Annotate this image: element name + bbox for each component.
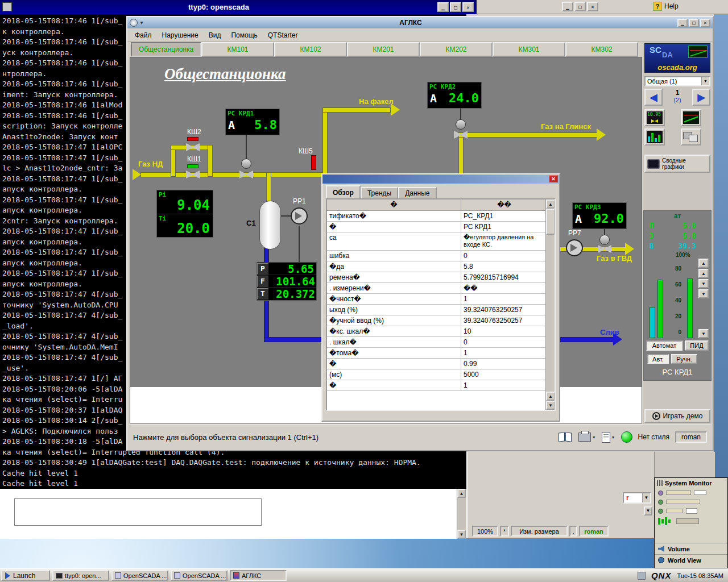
table-row[interactable]: �тома�1 bbox=[327, 348, 548, 359]
vessel-c1[interactable] bbox=[259, 201, 281, 250]
setpoint-up-button[interactable]: ▲ bbox=[698, 269, 709, 278]
close-button[interactable]: ✕ bbox=[587, 2, 598, 11]
scroll-up-icon[interactable]: ▲ bbox=[457, 489, 466, 498]
table-row[interactable]: са�егулятор давления на входе КС. bbox=[327, 232, 548, 251]
taskbar-clock[interactable]: Tue-15 08:35AM bbox=[677, 572, 723, 579]
table-row[interactable]: �да5.8 bbox=[327, 261, 548, 272]
caret-icon[interactable]: ▼ bbox=[139, 20, 144, 26]
table-row[interactable]: . шкал�0 bbox=[327, 337, 548, 348]
next-page-button[interactable]: ▶ bbox=[692, 89, 710, 106]
trend-widget-button[interactable] bbox=[681, 109, 701, 126]
scroll-down-icon[interactable]: ▼ bbox=[457, 530, 466, 539]
setpoint-bottom-button[interactable]: ▼ bbox=[698, 329, 709, 338]
export-button[interactable]: ▼ bbox=[602, 432, 615, 443]
tray-icon[interactable] bbox=[638, 572, 646, 580]
tab-overview[interactable]: Обзор bbox=[326, 185, 361, 198]
scroll-up-icon[interactable]: ▲ bbox=[546, 392, 555, 401]
table-row[interactable]: �1 bbox=[327, 380, 548, 391]
tab-obshestancionka[interactable]: Общестанционка bbox=[131, 42, 201, 57]
table-row[interactable]: �РС КРД1 bbox=[327, 222, 548, 232]
maximize-button[interactable]: □ bbox=[450, 2, 461, 12]
scroll-up-icon[interactable]: ▲ bbox=[546, 199, 555, 209]
task-aglks[interactable]: АГЛКС bbox=[230, 570, 287, 581]
setpoint-up-button[interactable]: ▲ bbox=[698, 259, 709, 268]
terminal-titlebar[interactable]: ttyp0: openscada ▁ □ ✕ bbox=[0, 0, 477, 14]
monitor-row[interactable] bbox=[655, 497, 727, 506]
status-led[interactable] bbox=[621, 431, 632, 443]
equalizer-widget-button[interactable] bbox=[644, 128, 665, 146]
scrollbar-vertical[interactable]: ▲ ▼ bbox=[457, 489, 466, 539]
setpoint-down-button[interactable]: ▼ bbox=[698, 279, 709, 288]
column-header[interactable]: � bbox=[327, 199, 461, 211]
minimize-button[interactable]: ▁ bbox=[562, 2, 573, 11]
help-menu[interactable]: ? Help bbox=[653, 2, 679, 11]
mini-scrollbar[interactable]: ▼ bbox=[644, 506, 652, 516]
table-scrollbar[interactable]: ▲ ▲ ▼ bbox=[545, 199, 555, 410]
print-button[interactable]: ▼ bbox=[578, 433, 596, 442]
close-button[interactable]: ✕ bbox=[462, 2, 474, 12]
monitor-row[interactable] bbox=[655, 506, 727, 516]
tab-km101[interactable]: КМ101 bbox=[201, 42, 274, 57]
monitor-row[interactable] bbox=[655, 516, 727, 527]
mode-pid-button[interactable]: ПИД bbox=[685, 340, 709, 351]
chevron-down-icon[interactable]: ▼ bbox=[642, 493, 650, 502]
table-row[interactable]: �учной ввод (%)39.3240763250257 bbox=[327, 315, 548, 326]
minimize-button[interactable]: ▁ bbox=[677, 19, 688, 27]
mode-auto-button[interactable]: Автомат bbox=[646, 340, 682, 351]
table-row[interactable]: �кс. шкал�10 bbox=[327, 326, 548, 337]
menu-file[interactable]: Файл bbox=[130, 30, 157, 41]
terminal-window-icon[interactable] bbox=[2, 2, 12, 11]
chevron-down-icon[interactable]: ▼ bbox=[701, 77, 709, 85]
task-openscada-1[interactable]: OpenSCADA ... bbox=[111, 570, 168, 581]
maximize-button[interactable]: □ bbox=[689, 19, 699, 27]
meter-widget-button[interactable]: 10.95 bbox=[644, 109, 665, 126]
menu-help[interactable]: Помощь bbox=[226, 30, 262, 41]
menu-violation[interactable]: Нарушение bbox=[157, 30, 204, 41]
tab-km202[interactable]: КМ202 bbox=[420, 42, 493, 57]
summary-graphs-button[interactable]: Сводные графики bbox=[644, 155, 710, 173]
setpoint-down-button[interactable]: ▼ bbox=[698, 289, 709, 298]
table-row[interactable]: шибка0 bbox=[327, 251, 548, 261]
close-button[interactable]: ✕ bbox=[700, 19, 710, 27]
aglks-titlebar[interactable]: ▼ АГЛКС ▁ □ ✕ bbox=[127, 17, 713, 28]
dialog-titlebar[interactable]: ✕ bbox=[322, 174, 559, 184]
table-row[interactable]: �чност�1 bbox=[327, 294, 548, 305]
display-krd2[interactable]: РС КРД2 A 24.0 bbox=[427, 82, 482, 109]
tab-trends[interactable]: Тренды bbox=[361, 187, 398, 198]
tab-km302[interactable]: КМ302 bbox=[565, 42, 638, 57]
maximize-button[interactable]: □ bbox=[574, 2, 586, 11]
scroll-thumb[interactable] bbox=[546, 209, 555, 235]
play-demo-button[interactable]: Играть демо bbox=[644, 409, 710, 423]
table-row[interactable]: (мс)5000 bbox=[327, 369, 548, 380]
chevron-down-icon[interactable]: ▼ bbox=[592, 435, 596, 439]
chevron-down-icon[interactable]: ▼ bbox=[611, 435, 615, 439]
task-openscada-2[interactable]: OpenSCADA ... bbox=[171, 570, 228, 581]
mode-avt-button[interactable]: Авт. bbox=[647, 354, 669, 364]
volume-item[interactable]: Volume bbox=[655, 543, 727, 554]
scroll-down-icon[interactable]: ▼ bbox=[546, 401, 555, 410]
mode-ruch-button[interactable]: Ручн. bbox=[671, 354, 697, 364]
table-row[interactable]: ыход (%)39.3240763250257 bbox=[327, 305, 548, 315]
tab-data[interactable]: Данные bbox=[398, 187, 436, 198]
monitor-row[interactable] bbox=[655, 488, 727, 497]
world-view-item[interactable]: World View bbox=[655, 554, 727, 566]
minimize-button[interactable]: ▁ bbox=[437, 2, 449, 12]
user-box[interactable]: roman bbox=[675, 431, 707, 443]
prev-page-button[interactable]: ◀ bbox=[644, 89, 663, 106]
dialog-close-icon[interactable]: ✕ bbox=[549, 175, 558, 182]
panels-widget-button[interactable] bbox=[681, 128, 701, 146]
pump-pp7[interactable] bbox=[566, 239, 583, 256]
tab-km102[interactable]: КМ102 bbox=[274, 42, 347, 57]
table-row[interactable]: . измерени��� bbox=[327, 283, 548, 294]
display-krd3[interactable]: РС КРД3 A 92.0 bbox=[572, 202, 627, 229]
task-terminal[interactable]: ttyp0: open... bbox=[52, 570, 109, 581]
display-pi-ti[interactable]: Pi 9.04 Ti 20.0 bbox=[156, 190, 213, 238]
launch-button[interactable]: Launch bbox=[1, 570, 50, 581]
window-menu-icon[interactable] bbox=[130, 19, 138, 27]
table-row[interactable]: ремена�5.7992815716994 bbox=[327, 272, 548, 283]
column-header[interactable]: �� bbox=[461, 199, 548, 211]
display-pft[interactable]: P 5.65 F 101.64 T 20.372 bbox=[257, 262, 317, 301]
tab-km201[interactable]: КМ201 bbox=[347, 42, 420, 57]
font-combo[interactable]: r ▼ bbox=[623, 492, 651, 504]
text-box[interactable] bbox=[14, 498, 262, 526]
